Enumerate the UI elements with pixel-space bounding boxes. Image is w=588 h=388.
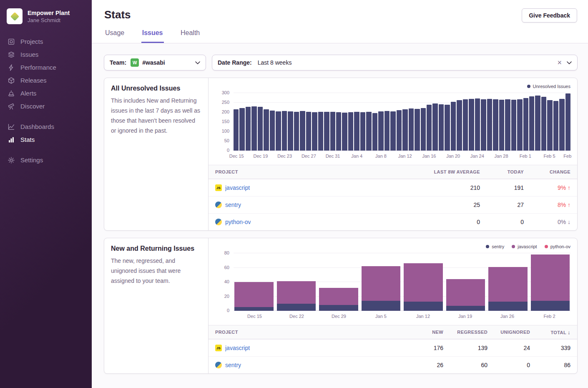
python-project-icon	[215, 219, 222, 225]
project-link[interactable]: python-ov	[225, 219, 251, 225]
column-header-unignored: UNIGNORED	[487, 330, 530, 335]
table-row: sentry 26 60 0 86	[209, 356, 577, 373]
discover-icon	[8, 103, 15, 110]
org-switcher[interactable]: Empower Plant Jane Schmidt	[0, 0, 92, 31]
project-link[interactable]: javascript	[225, 345, 250, 351]
unresolved-bar	[421, 108, 426, 151]
unresolved-bar	[360, 112, 365, 151]
sidebar-primary-nav: Projects Issues Performance Releases Ale…	[0, 35, 92, 113]
regressed-value: 60	[443, 362, 487, 368]
stats-icon	[8, 136, 15, 144]
sidebar-item-settings[interactable]: Settings	[0, 154, 92, 166]
tab-bar: Usage Issues Health	[92, 27, 588, 43]
chart-x-axis: Dec 15Dec 22Dec 29Jan 5Jan 12Jan 19Jan 2…	[234, 311, 570, 322]
sidebar-item-label: Issues	[20, 51, 38, 58]
trend-up-icon: ↑	[568, 184, 570, 191]
panel-description-text: This includes New and Returning issues i…	[111, 96, 201, 136]
sidebar-item-dashboards[interactable]: Dashboards	[0, 120, 92, 133]
legend-dot-icon	[486, 245, 489, 248]
legend-item[interactable]: sentry	[486, 244, 504, 249]
sidebar-item-projects[interactable]: Projects	[0, 35, 92, 48]
clear-date-icon[interactable]: ×	[557, 59, 562, 66]
chart-legend: Unresolved Issues	[215, 83, 570, 90]
releases-icon	[8, 77, 15, 84]
sidebar-item-issues[interactable]: Issues	[0, 48, 92, 61]
unresolved-bar	[276, 111, 281, 151]
stacked-bar	[234, 253, 274, 311]
tab-issues[interactable]: Issues	[141, 27, 164, 43]
unignored-value: 0	[487, 362, 530, 368]
tab-usage[interactable]: Usage	[104, 27, 125, 43]
new-returning-issues-panel: New and Returning Issues The new, regres…	[104, 238, 578, 374]
new-returning-table: PROJECT NEW REGRESSED UNIGNORED TOTAL↓ J…	[209, 325, 577, 373]
chevron-down-icon	[567, 61, 572, 64]
column-header-project: PROJECT	[215, 169, 405, 174]
stacked-bar	[319, 253, 358, 311]
sidebar-item-discover[interactable]: Discover	[0, 100, 92, 113]
unresolved-chart-plot: 050100150200250300	[234, 93, 570, 151]
unresolved-bar	[499, 100, 504, 151]
legend-item[interactable]: python-ov	[545, 244, 570, 249]
sidebar-item-label: Alerts	[20, 90, 36, 97]
tab-health[interactable]: Health	[180, 27, 201, 43]
unresolved-bar	[397, 110, 402, 151]
column-header-change: CHANGE	[524, 169, 570, 174]
unresolved-bar	[251, 106, 256, 151]
stacked-bar	[362, 253, 401, 311]
unresolved-bar	[432, 103, 437, 151]
unresolved-bar	[457, 100, 462, 151]
sidebar-item-performance[interactable]: Performance	[0, 61, 92, 74]
project-link[interactable]: sentry	[225, 362, 241, 368]
column-header-average: LAST 8W AVERAGE	[405, 169, 480, 174]
table-header-row: PROJECT LAST 8W AVERAGE TODAY CHANGE	[209, 165, 577, 179]
give-feedback-button[interactable]: Give Feedback	[522, 8, 577, 23]
unresolved-bar	[372, 113, 377, 151]
date-range-value: Last 8 weeks	[258, 59, 292, 66]
sidebar-item-label: Dashboards	[20, 123, 54, 130]
unresolved-bar	[481, 99, 486, 151]
team-badge: W	[131, 58, 139, 67]
legend-dot-icon	[545, 245, 548, 248]
sidebar: Empower Plant Jane Schmidt Projects Issu…	[0, 0, 92, 388]
date-range-select[interactable]: Date Range: Last 8 weeks ×	[212, 55, 578, 71]
unresolved-bar	[378, 111, 383, 151]
column-header-new: NEW	[397, 330, 443, 335]
total-value: 86	[530, 362, 570, 368]
sidebar-item-label: Projects	[20, 38, 43, 45]
python-project-icon	[215, 202, 222, 208]
legend-item[interactable]: javascript	[512, 244, 537, 249]
python-project-icon	[215, 362, 222, 368]
unresolved-bar	[409, 108, 414, 151]
sidebar-item-stats[interactable]: Stats	[0, 133, 92, 146]
team-value: #wasabi	[142, 59, 165, 66]
unresolved-bar	[348, 112, 353, 151]
unresolved-bar	[475, 98, 480, 151]
sidebar-item-label: Releases	[20, 77, 47, 84]
column-header-total[interactable]: TOTAL↓	[530, 329, 570, 335]
unresolved-bar	[342, 113, 347, 151]
team-select[interactable]: Team: W #wasabi	[104, 55, 206, 71]
column-header-project: PROJECT	[215, 330, 397, 335]
unresolved-bar	[318, 112, 323, 151]
average-value: 0	[405, 219, 480, 225]
javascript-project-icon: JS	[215, 345, 222, 351]
stacked-bar	[404, 253, 443, 311]
unresolved-bar	[336, 112, 341, 151]
unresolved-bar	[529, 96, 534, 151]
sidebar-item-releases[interactable]: Releases	[0, 74, 92, 87]
unresolved-bar	[390, 111, 395, 151]
unresolved-bar	[535, 96, 540, 151]
project-link[interactable]: javascript	[225, 184, 250, 191]
panel-description: New and Returning Issues The new, regres…	[104, 238, 209, 373]
unresolved-bar	[541, 97, 546, 151]
project-link[interactable]: sentry	[225, 202, 241, 208]
unresolved-bar	[384, 111, 389, 151]
unresolved-chart: Unresolved Issues 050100150200250300 Dec…	[209, 78, 577, 165]
legend-item[interactable]: Unresolved Issues	[527, 84, 571, 89]
unresolved-bar	[469, 99, 474, 151]
alerts-icon	[8, 90, 15, 97]
sidebar-secondary-nav: Dashboards Stats	[0, 120, 92, 146]
unresolved-bar	[354, 112, 359, 151]
sidebar-item-alerts[interactable]: Alerts	[0, 87, 92, 100]
unresolved-bar	[258, 107, 263, 151]
